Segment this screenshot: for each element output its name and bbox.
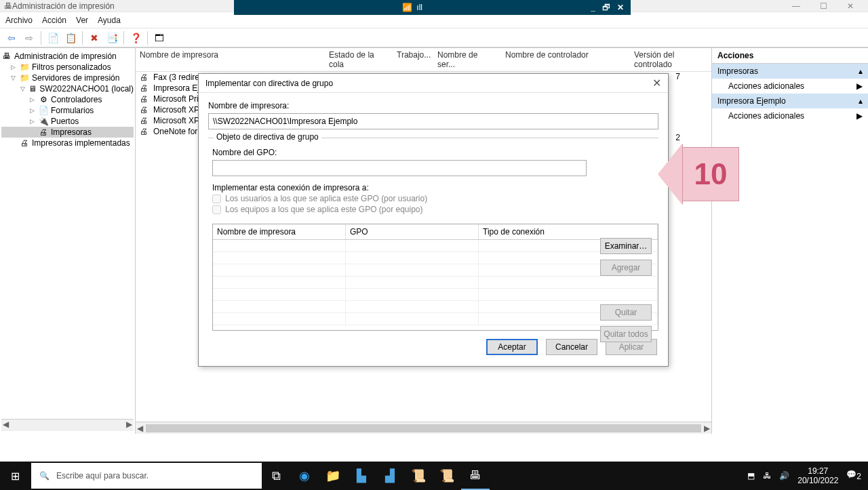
- cancel-button[interactable]: Cancelar: [546, 339, 597, 355]
- examine-button[interactable]: Examinar…: [600, 238, 652, 254]
- gpo-name-input[interactable]: [212, 160, 587, 176]
- callout-number: 10: [694, 157, 728, 191]
- menu-ver[interactable]: Ver: [76, 16, 88, 25]
- grid-col-gpo[interactable]: GPO: [346, 224, 479, 239]
- inner-maximize-button[interactable]: 🗗: [602, 3, 610, 12]
- printer-icon: 🖨: [140, 73, 151, 82]
- tree-filters[interactable]: ▷📁Filtros personalizados: [1, 62, 134, 73]
- tree-ports[interactable]: ▷🔌Puertos: [1, 116, 134, 127]
- menu-ayuda[interactable]: Ayuda: [98, 16, 121, 25]
- printer-icon: 🖨: [140, 105, 151, 115]
- version-fragment: 7: [675, 72, 680, 81]
- start-button[interactable]: ⊞: [0, 462, 30, 490]
- app-icon-1[interactable]: ▙: [347, 462, 376, 490]
- help-button[interactable]: ❓: [128, 30, 143, 45]
- list-header[interactable]: Nombre de impresora Estado de la cola Tr…: [136, 48, 711, 72]
- collapse-icon: ▴: [859, 66, 863, 76]
- app-icon-3[interactable]: 📜: [404, 462, 433, 490]
- remove-all-button[interactable]: Quitar todos: [600, 326, 652, 342]
- dialog-title: Implementar con directiva de grupo: [205, 79, 333, 88]
- search-icon: 🔍: [39, 471, 50, 481]
- callout-10: 10: [658, 137, 739, 211]
- nav-tree[interactable]: 🖶Administración de impresión ▷📁Filtros p…: [0, 48, 136, 434]
- col-name[interactable]: Nombre de impresora: [136, 50, 325, 69]
- printer-icon: 🖨: [140, 116, 151, 125]
- actions-item-additional-1[interactable]: Acciones adicionales▶: [712, 79, 868, 94]
- delete-button[interactable]: ✖: [87, 30, 102, 45]
- tbtn-4[interactable]: 📋: [63, 30, 78, 45]
- tbtn-3[interactable]: 📄: [45, 30, 60, 45]
- explorer-icon[interactable]: 📁: [319, 462, 347, 490]
- dialog-close-button[interactable]: ✕: [652, 77, 661, 89]
- tbtn-6[interactable]: 📑: [104, 30, 119, 45]
- printer-name-label: Nombre de impresora:: [208, 101, 658, 110]
- taskbar-clock[interactable]: 19:27 20/10/2022: [797, 466, 838, 486]
- menu-accion[interactable]: Acción: [42, 16, 66, 25]
- deploy-grid[interactable]: Nombre de impresora GPO Tipo de conexión: [212, 224, 658, 331]
- taskbar-search[interactable]: 🔍 Escribe aquí para buscar.: [31, 463, 262, 489]
- actions-item-additional-2[interactable]: Acciones adicionales▶: [712, 108, 868, 123]
- notifications-icon[interactable]: 💬2: [846, 470, 861, 481]
- col-server[interactable]: Nombre de ser...: [433, 50, 501, 69]
- col-version[interactable]: Versión del controlado: [630, 50, 711, 69]
- printer-icon: 🖨: [140, 94, 151, 104]
- deploy-gpo-dialog: Implementar con directiva de grupo ✕ Nom…: [198, 73, 669, 367]
- actions-section-printers[interactable]: Impresoras▴: [712, 64, 868, 79]
- gpo-groupbox: Objeto de directiva de grupo Nombre del …: [208, 138, 658, 331]
- actions-title: Acciones: [712, 48, 868, 64]
- grid-col-printer[interactable]: Nombre de impresora: [213, 224, 346, 239]
- search-placeholder: Escribe aquí para buscar.: [56, 471, 149, 481]
- chevron-right-icon: ▶: [856, 81, 863, 91]
- back-button[interactable]: ⇦: [4, 30, 19, 45]
- actions-section-printer-example[interactable]: Impresora Ejemplo▴: [712, 94, 868, 108]
- chk-per-user[interactable]: Los usuarios a los que se aplica este GP…: [212, 194, 658, 203]
- inner-close-button[interactable]: ✕: [617, 3, 624, 12]
- tbtn-8[interactable]: 🗔: [152, 30, 167, 45]
- deploy-to-label: Implementar esta conexión de impresora a…: [212, 183, 658, 192]
- chk-per-computer[interactable]: Los equipos a los que se aplica este GPO…: [212, 205, 658, 214]
- network-icon[interactable]: 🖧: [763, 471, 771, 481]
- task-view-icon[interactable]: ⧉: [262, 462, 290, 490]
- tray-icon[interactable]: ⬒: [747, 471, 755, 481]
- actions-pane: Acciones Impresoras▴ Acciones adicionale…: [712, 48, 868, 434]
- toolbar: ⇦ ⇨ 📄 📋 ✖ 📑 ❓ 🗔: [0, 28, 868, 47]
- inner-window-titlebar: 📶 ıll _ 🗗 ✕: [234, 0, 631, 15]
- gpo-name-label: Nombre del GPO:: [212, 148, 658, 157]
- edge-icon[interactable]: ◉: [290, 462, 319, 490]
- taskbar: ⊞ 🔍 Escribe aquí para buscar. ⧉ ◉ 📁 ▙ ▟ …: [0, 462, 868, 490]
- sound-icon[interactable]: 🔊: [779, 471, 789, 481]
- printer-name-input[interactable]: [208, 113, 658, 129]
- grid-col-conn[interactable]: Tipo de conexión: [479, 224, 658, 239]
- system-tray[interactable]: ⬒ 🖧 🔊 19:27 20/10/2022 💬2: [741, 466, 868, 486]
- add-button[interactable]: Agregar: [600, 260, 652, 276]
- col-driver[interactable]: Nombre de controlador: [501, 50, 630, 69]
- tree-forms[interactable]: ▷📄Formularios: [1, 105, 134, 116]
- tree-servers[interactable]: ▽📁Servidores de impresión: [1, 73, 134, 83]
- app-icon-2[interactable]: ▟: [376, 462, 404, 490]
- close-button[interactable]: ✕: [837, 1, 864, 11]
- tree-deployed[interactable]: 🖨Impresoras implementadas: [1, 138, 134, 148]
- collapse-icon: ▴: [859, 96, 863, 106]
- printer-mgmt-icon: 🖶: [4, 1, 12, 11]
- app-icon-4[interactable]: 📜: [433, 462, 461, 490]
- printer-icon: 🖨: [140, 83, 151, 93]
- signal-icon: 📶: [402, 3, 412, 12]
- remove-button[interactable]: Quitar: [600, 304, 652, 321]
- minimize-button[interactable]: —: [783, 1, 810, 11]
- tree-printers[interactable]: 🖨Impresoras: [1, 127, 134, 138]
- tree-scrollbar[interactable]: ◀▶: [1, 419, 134, 431]
- accept-button[interactable]: Aceptar: [486, 339, 538, 355]
- list-scrollbar[interactable]: ◀▶: [136, 422, 711, 434]
- maximize-button[interactable]: ☐: [810, 1, 837, 11]
- gpo-group-legend: Objeto de directiva de grupo: [214, 132, 321, 142]
- col-job[interactable]: Trabajo...: [393, 50, 433, 69]
- printer-icon: 🖨: [140, 127, 151, 136]
- forward-button[interactable]: ⇨: [22, 30, 37, 45]
- tree-root[interactable]: 🖶Administración de impresión: [1, 51, 134, 62]
- inner-minimize-button[interactable]: _: [591, 3, 595, 12]
- tree-server-1[interactable]: ▽🖥SW2022NACHO01 (local): [1, 83, 134, 94]
- tree-drivers[interactable]: ▷⚙Controladores: [1, 94, 134, 105]
- col-queue[interactable]: Estado de la cola: [325, 50, 393, 69]
- print-mgmt-task-icon[interactable]: 🖶: [461, 462, 490, 490]
- menu-archivo[interactable]: Archivo: [5, 16, 33, 25]
